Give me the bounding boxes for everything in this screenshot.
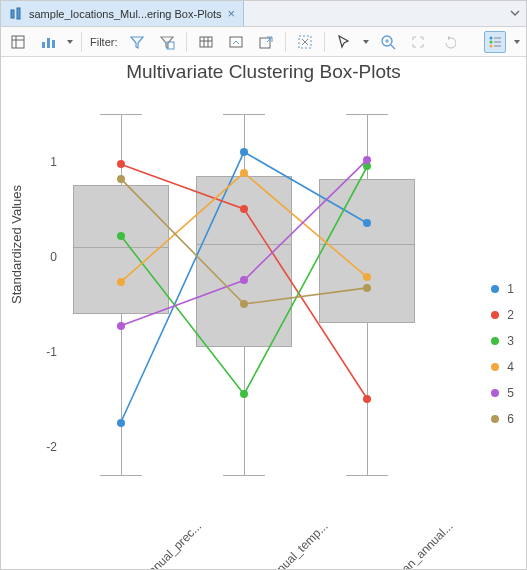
data-point bbox=[363, 156, 371, 164]
x-tick: Mean_annual... bbox=[388, 519, 456, 570]
dropdown-caret-icon bbox=[363, 35, 369, 49]
data-point bbox=[117, 175, 125, 183]
y-tick: 1 bbox=[50, 155, 57, 169]
legend-label: 6 bbox=[507, 412, 514, 426]
legend-dot-icon bbox=[491, 311, 499, 319]
data-point bbox=[240, 276, 248, 284]
filter-selection-button[interactable] bbox=[126, 31, 148, 53]
svg-rect-9 bbox=[260, 38, 270, 48]
svg-rect-2 bbox=[12, 36, 24, 48]
svg-rect-7 bbox=[200, 37, 212, 47]
legend-dot-icon bbox=[491, 415, 499, 423]
clear-selection-button[interactable] bbox=[294, 31, 316, 53]
y-axis: -2-101 bbox=[39, 95, 59, 513]
legend-label: 3 bbox=[507, 334, 514, 348]
legend-label: 2 bbox=[507, 308, 514, 322]
y-axis-label: Standardized Values bbox=[9, 185, 24, 304]
data-point bbox=[240, 390, 248, 398]
zoom-in-button[interactable] bbox=[377, 31, 399, 53]
tab-chart[interactable]: sample_locations_Mul...ering Box-Plots × bbox=[1, 1, 244, 26]
legend-item[interactable]: 1 bbox=[491, 282, 514, 296]
svg-point-12 bbox=[490, 36, 493, 39]
chart-area: Multivariate Clustering Box-Plots Standa… bbox=[1, 57, 526, 569]
table-button[interactable] bbox=[195, 31, 217, 53]
svg-point-14 bbox=[490, 44, 493, 47]
legend-dot-icon bbox=[491, 363, 499, 371]
legend-toggle-button[interactable] bbox=[484, 31, 506, 53]
svg-rect-4 bbox=[47, 38, 50, 48]
data-point bbox=[117, 419, 125, 427]
data-point bbox=[117, 278, 125, 286]
data-point bbox=[117, 232, 125, 240]
y-tick: -2 bbox=[46, 440, 57, 454]
data-point bbox=[240, 205, 248, 213]
toolbar: Filter: bbox=[1, 27, 526, 57]
select-tool-button[interactable] bbox=[333, 31, 355, 53]
separator bbox=[186, 32, 187, 52]
legend-label: 5 bbox=[507, 386, 514, 400]
close-icon[interactable]: × bbox=[228, 6, 236, 21]
legend-dot-icon bbox=[491, 389, 499, 397]
data-point bbox=[363, 273, 371, 281]
properties-button[interactable] bbox=[7, 31, 29, 53]
legend-label: 1 bbox=[507, 282, 514, 296]
svg-rect-8 bbox=[230, 37, 242, 47]
swap-axes-button[interactable] bbox=[225, 31, 247, 53]
legend-label: 4 bbox=[507, 360, 514, 374]
data-point bbox=[117, 322, 125, 330]
x-axis: Annual_prec...Annual_temp...Mean_annual.… bbox=[59, 513, 429, 570]
dropdown-caret-icon bbox=[67, 35, 73, 49]
legend-item[interactable]: 6 bbox=[491, 412, 514, 426]
svg-rect-0 bbox=[11, 10, 14, 18]
legend-item[interactable]: 5 bbox=[491, 386, 514, 400]
separator bbox=[324, 32, 325, 52]
data-point bbox=[363, 284, 371, 292]
svg-rect-3 bbox=[42, 42, 45, 48]
tab-bar: sample_locations_Mul...ering Box-Plots × bbox=[1, 1, 526, 27]
data-point bbox=[240, 148, 248, 156]
legend-item[interactable]: 3 bbox=[491, 334, 514, 348]
chart-type-button[interactable] bbox=[37, 31, 59, 53]
legend: 123456 bbox=[491, 282, 514, 426]
separator bbox=[81, 32, 82, 52]
dropdown-caret-icon bbox=[514, 35, 520, 49]
undo-zoom-button bbox=[437, 31, 459, 53]
data-point bbox=[117, 160, 125, 168]
y-tick: -1 bbox=[46, 345, 57, 359]
y-tick: 0 bbox=[50, 250, 57, 264]
legend-item[interactable]: 4 bbox=[491, 360, 514, 374]
legend-dot-icon bbox=[491, 337, 499, 345]
export-button[interactable] bbox=[255, 31, 277, 53]
x-tick: Annual_prec... bbox=[139, 519, 204, 570]
filter-label: Filter: bbox=[90, 36, 118, 48]
tab-title: sample_locations_Mul...ering Box-Plots bbox=[29, 8, 222, 20]
tab-dropdown-icon[interactable] bbox=[504, 7, 526, 21]
data-point bbox=[240, 300, 248, 308]
full-extent-button bbox=[407, 31, 429, 53]
svg-rect-5 bbox=[52, 40, 55, 48]
svg-rect-1 bbox=[17, 8, 20, 19]
legend-dot-icon bbox=[491, 285, 499, 293]
legend-item[interactable]: 2 bbox=[491, 308, 514, 322]
separator bbox=[285, 32, 286, 52]
boxplot-icon bbox=[9, 7, 23, 21]
x-tick: Annual_temp... bbox=[264, 519, 331, 570]
data-point bbox=[363, 395, 371, 403]
svg-point-13 bbox=[490, 40, 493, 43]
plot-area[interactable] bbox=[59, 95, 429, 513]
data-point bbox=[363, 219, 371, 227]
data-point bbox=[240, 169, 248, 177]
filter-extent-button[interactable] bbox=[156, 31, 178, 53]
chart-title: Multivariate Clustering Box-Plots bbox=[1, 57, 526, 83]
